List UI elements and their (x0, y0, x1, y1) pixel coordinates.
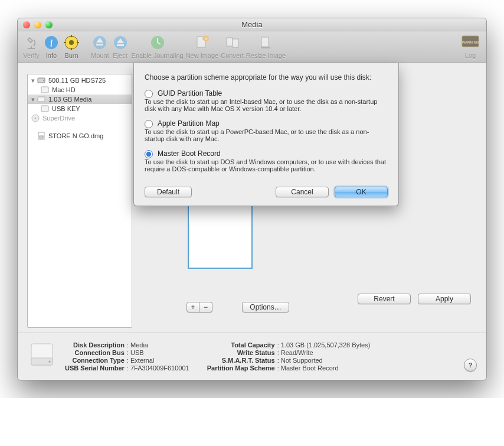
svg-point-3 (69, 40, 74, 45)
info-key: Total Capacity (207, 341, 275, 349)
disclosure-triangle-icon[interactable]: ▾ (31, 77, 34, 84)
hdd-icon (37, 76, 45, 84)
partition-add-remove-stepper: + − (186, 302, 212, 312)
dmg-icon (37, 132, 45, 140)
toolbar-convert[interactable]: Convert (221, 34, 244, 59)
svg-point-27 (35, 118, 37, 119)
sidebar-item-volume[interactable]: USB KEY (28, 104, 132, 113)
info-value: 7FA304009F610001 (130, 364, 189, 372)
toolbar-resize-image[interactable]: Resize Image (246, 34, 286, 59)
log-icon: WARNING (462, 34, 479, 51)
svg-rect-25 (41, 106, 48, 112)
apply-button[interactable]: Apply (418, 294, 471, 304)
sidebar-item-media-disk[interactable]: ▾ 1.03 GB Media (28, 95, 132, 104)
svg-rect-29 (40, 136, 43, 138)
sidebar-item-optical[interactable]: SuperDrive (28, 113, 132, 123)
toolbar-label: Resize Image (246, 52, 286, 59)
info-value: Media (130, 341, 148, 349)
cancel-button[interactable]: Cancel (276, 187, 329, 197)
radio-label[interactable]: Master Boot Record (158, 149, 221, 158)
toolbar-eject[interactable]: Eject (112, 34, 129, 59)
info-key: Disk Description (65, 341, 125, 349)
minimize-button[interactable] (34, 21, 41, 28)
volume-icon (41, 86, 49, 94)
eject-icon (112, 34, 129, 51)
disclosure-triangle-icon[interactable]: ▾ (31, 96, 34, 103)
toolbar-new-image[interactable]: + New Image (186, 34, 219, 59)
svg-rect-16 (227, 38, 233, 46)
svg-rect-17 (233, 39, 238, 47)
toolbar-label: Mount (91, 52, 109, 59)
disk-sidebar[interactable]: ▾ 500.11 GB HDS725 Mac HD ▾ 1.03 GB Medi… (27, 74, 132, 328)
sidebar-item-label: Mac HD (52, 86, 76, 93)
disk-icon (27, 340, 57, 370)
option-description: To use the disk to start up a PowerPC-ba… (145, 128, 388, 142)
sidebar-item-label: 1.03 GB Media (48, 96, 91, 103)
radio-guid[interactable] (145, 90, 153, 98)
info-value: 1.03 GB (1,025,507,328 Bytes) (281, 341, 371, 349)
burn-icon (63, 34, 80, 51)
toolbar-label: Eject (113, 52, 127, 59)
close-button[interactable] (23, 21, 30, 28)
sidebar-item-internal-disk[interactable]: ▾ 500.11 GB HDS725 (28, 76, 132, 85)
help-button[interactable]: ? (464, 359, 477, 372)
svg-point-22 (43, 80, 44, 81)
info-icon: i (42, 34, 60, 51)
sidebar-item-label: 500.11 GB HDS725 (48, 77, 106, 84)
toolbar: Verify i Info Burn Mount Eject (18, 31, 486, 63)
toolbar-label: Log (465, 52, 476, 59)
sidebar-item-dmg[interactable]: ▾ STORE N GO.dmg (28, 131, 132, 141)
info-value: External (130, 357, 154, 364)
sidebar-item-label: USB KEY (52, 105, 80, 112)
hdd-icon (37, 95, 45, 103)
info-value: Read/Write (281, 349, 313, 356)
radio-label[interactable]: Apple Partition Map (158, 119, 220, 128)
options-button[interactable]: Options… (242, 302, 289, 312)
toolbar-label: Convert (221, 52, 244, 59)
resize-icon (257, 34, 274, 51)
radio-mbr[interactable] (145, 150, 153, 158)
info-key: USB Serial Number (65, 364, 125, 372)
info-key: S.M.A.R.T. Status (207, 357, 275, 364)
svg-text:+: + (205, 36, 208, 41)
disk-utility-window: Media Verify i Info Burn Mount (17, 18, 487, 380)
info-key: Write Status (207, 349, 275, 356)
zoom-button[interactable] (45, 21, 53, 28)
toolbar-verify[interactable]: Verify (22, 34, 40, 59)
convert-icon (224, 34, 241, 51)
ok-button[interactable]: OK (335, 187, 388, 197)
toolbar-info[interactable]: i Info (42, 34, 60, 59)
journal-icon (149, 34, 166, 51)
partition-scheme-sheet: Choose a partition scheme appropriate fo… (133, 63, 399, 206)
svg-rect-11 (117, 44, 124, 46)
revert-button[interactable]: Revert (358, 294, 411, 304)
sidebar-item-volume[interactable]: Mac HD (28, 85, 132, 95)
disk-info-right: Total Capacity: 1.03 GB (1,025,507,328 B… (207, 341, 371, 372)
volume-icon (41, 105, 49, 113)
toolbar-mount[interactable]: Mount (91, 34, 109, 59)
titlebar: Media (18, 18, 486, 31)
radio-apm[interactable] (145, 120, 153, 128)
svg-point-32 (49, 361, 51, 363)
info-value: USB (130, 349, 144, 356)
toolbar-label: Verify (23, 52, 40, 59)
svg-rect-9 (96, 44, 103, 45)
radio-label[interactable]: GUID Partition Table (158, 89, 222, 97)
option-description: To use the disk to start up DOS and Wind… (145, 158, 388, 172)
new-image-icon: + (193, 34, 211, 51)
toolbar-enable-journaling[interactable]: Enable Journaling (132, 34, 184, 59)
info-key: Connection Bus (65, 349, 125, 356)
sidebar-item-label: SuperDrive (42, 115, 75, 122)
toolbar-log[interactable]: WARNING Log (462, 34, 479, 59)
microscope-icon (22, 34, 40, 51)
svg-rect-18 (261, 37, 269, 47)
info-value: Not Supported (281, 357, 323, 364)
toolbar-label: New Image (186, 52, 219, 59)
info-value: Master Boot Record (281, 364, 339, 372)
info-key: Connection Type (65, 357, 125, 364)
sheet-prompt: Choose a partition scheme appropriate fo… (145, 73, 388, 82)
toolbar-burn[interactable]: Burn (63, 34, 80, 59)
default-button[interactable]: Default (145, 187, 192, 197)
add-partition-button[interactable]: + (186, 302, 199, 312)
remove-partition-button[interactable]: − (199, 302, 212, 312)
